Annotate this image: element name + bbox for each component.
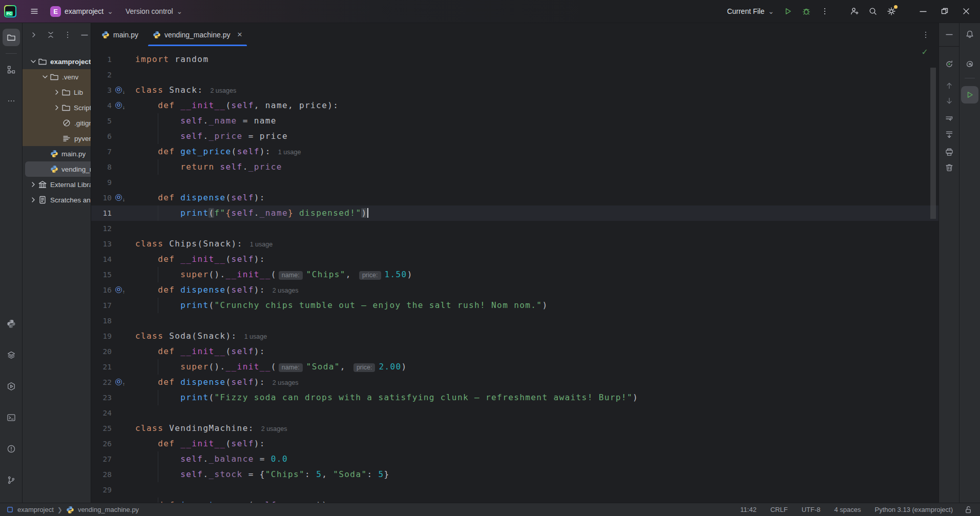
tool-window-terminal-button[interactable]: [3, 409, 20, 426]
tree-item-.venv[interactable]: .venv: [23, 69, 91, 85]
line-number[interactable]: 5: [91, 113, 112, 129]
line-number[interactable]: 28: [91, 467, 112, 482]
scroll-to-end-button[interactable]: [943, 129, 956, 140]
line-number[interactable]: 13: [91, 236, 112, 252]
breadcrumb-item[interactable]: vending_machine.py: [78, 506, 139, 513]
tree-item-main.py[interactable]: main.py: [23, 146, 91, 161]
code-with-me-button[interactable]: [847, 4, 862, 19]
usages-inlay[interactable]: 2 usages: [273, 379, 299, 386]
vcs-menu[interactable]: Version control ⌄: [121, 5, 186, 17]
tree-item-Scripts[interactable]: Scripts: [23, 100, 91, 115]
editor-scrollbar[interactable]: [930, 68, 936, 219]
tree-item-pyvenv.cfg[interactable]: pyvenv.cfg: [23, 131, 91, 146]
line-number[interactable]: 1: [91, 52, 112, 67]
tool-window-python-console-button[interactable]: [3, 378, 20, 395]
soft-wrap-button[interactable]: [943, 113, 956, 125]
close-button[interactable]: [957, 4, 975, 19]
overriding-marker-icon[interactable]: O↑: [115, 286, 122, 293]
previous-occurrence-button[interactable]: [943, 80, 956, 91]
editor-tab-vending_machine.py[interactable]: vending_machine.py✕: [145, 23, 249, 46]
minimize-button[interactable]: [914, 4, 932, 19]
tree-item-.gitignore[interactable]: .gitignore: [23, 115, 91, 131]
next-occurrence-button[interactable]: [943, 95, 956, 107]
line-number[interactable]: 16: [91, 282, 112, 298]
line-number[interactable]: 22: [91, 375, 112, 390]
line-number[interactable]: 2: [91, 67, 112, 82]
tree-item-vending_machine.py[interactable]: vending_machine.py: [25, 161, 91, 177]
line-number[interactable]: 21: [91, 359, 112, 375]
project-collapse-all-button[interactable]: [46, 30, 56, 40]
hide-button[interactable]: [943, 29, 956, 40]
line-number[interactable]: 30: [91, 498, 112, 503]
python-interpreter[interactable]: Python 3.13 (examproject): [875, 506, 953, 513]
overridden-marker-icon[interactable]: O↓: [115, 87, 122, 93]
line-number[interactable]: 23: [91, 390, 112, 405]
editor-tab-main.py[interactable]: main.py: [94, 23, 145, 46]
project-hide-panel-button[interactable]: [79, 30, 90, 40]
tree-item-Scratches and Consoles[interactable]: Scratches and Consoles: [23, 192, 91, 208]
project-selector[interactable]: E examproject ⌄: [46, 4, 117, 19]
line-number[interactable]: 7: [91, 144, 112, 159]
ai-assistant-button[interactable]: [963, 58, 976, 70]
project-locate-file-button[interactable]: [29, 30, 39, 40]
line-number[interactable]: 27: [91, 451, 112, 467]
line-number[interactable]: 26: [91, 436, 112, 451]
overridden-marker-icon[interactable]: O↓: [115, 194, 122, 201]
restore-button[interactable]: [936, 4, 953, 19]
tool-window-structure-button[interactable]: [3, 61, 20, 78]
line-number[interactable]: 18: [91, 313, 112, 328]
line-number[interactable]: 6: [91, 129, 112, 144]
file-encoding[interactable]: UTF-8: [802, 506, 821, 513]
code-editor[interactable]: 1import random23O↓class Snack:2 usages4O…: [91, 46, 939, 503]
tool-window-project-button[interactable]: [3, 29, 20, 46]
line-number[interactable]: 10: [91, 190, 112, 205]
breadcrumb-item[interactable]: examproject: [17, 506, 54, 513]
usages-inlay[interactable]: 2 usages: [210, 87, 236, 94]
tool-window-problems-button[interactable]: [3, 440, 20, 458]
tree-item-examproject[interactable]: examproject: [23, 54, 91, 69]
notifications-button[interactable]: [963, 29, 976, 40]
caret-position[interactable]: 11:42: [740, 506, 757, 513]
usages-inlay[interactable]: 1 usage: [250, 241, 273, 248]
line-number[interactable]: 8: [91, 159, 112, 175]
settings-button[interactable]: [884, 4, 899, 19]
debug-button[interactable]: [799, 4, 814, 19]
line-number[interactable]: 29: [91, 482, 112, 498]
tool-window-version-control-button[interactable]: [3, 471, 20, 489]
line-number[interactable]: 24: [91, 405, 112, 421]
search-everywhere-button[interactable]: [865, 4, 881, 19]
tool-window-services-button[interactable]: [3, 346, 20, 364]
line-separator[interactable]: CRLF: [770, 506, 788, 513]
rerun-button[interactable]: [943, 58, 956, 70]
line-number[interactable]: 14: [91, 252, 112, 267]
usages-inlay[interactable]: 2 usages: [261, 425, 287, 432]
tab-options-button[interactable]: [919, 28, 932, 42]
usages-inlay[interactable]: 2 usages: [273, 287, 299, 294]
line-number[interactable]: 11: [91, 205, 112, 221]
more-actions-button[interactable]: [817, 4, 832, 19]
line-number[interactable]: 3: [91, 82, 112, 98]
tool-window-python-packages-button[interactable]: [3, 315, 20, 333]
line-number[interactable]: 25: [91, 421, 112, 436]
line-number[interactable]: 19: [91, 328, 112, 344]
main-menu-button[interactable]: [27, 4, 42, 19]
line-number[interactable]: 4: [91, 98, 112, 113]
lock-open-icon[interactable]: [964, 505, 973, 514]
tree-item-External Libraries[interactable]: External Libraries: [23, 177, 91, 192]
line-number[interactable]: 9: [91, 175, 112, 190]
line-number[interactable]: 15: [91, 267, 112, 282]
line-number[interactable]: 17: [91, 298, 112, 313]
run-button[interactable]: [780, 4, 796, 19]
close-tab-icon[interactable]: ✕: [237, 31, 242, 38]
overriding-marker-icon[interactable]: O↑: [115, 379, 122, 385]
indent-style[interactable]: 4 spaces: [834, 506, 861, 513]
inspections-ok-icon[interactable]: ✓: [922, 47, 928, 57]
usages-inlay[interactable]: 1 usage: [278, 149, 301, 156]
tool-window-more-tool-windows-button[interactable]: [3, 92, 20, 110]
project-options-button[interactable]: [62, 30, 73, 40]
line-number[interactable]: 12: [91, 221, 112, 236]
usages-inlay[interactable]: 1 usage: [244, 333, 267, 340]
run-config-selector[interactable]: Current File ⌄: [723, 5, 778, 17]
print-button[interactable]: [943, 147, 956, 158]
tool-window-run-tool-window-button[interactable]: [961, 86, 978, 104]
